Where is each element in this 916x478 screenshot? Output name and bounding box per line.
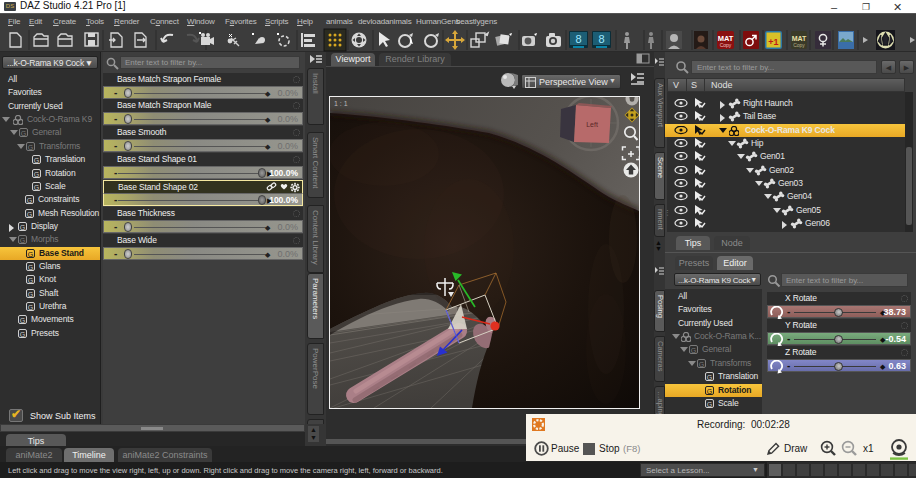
svg-text:Copy: Copy <box>720 42 732 48</box>
svg-text:1 : 1: 1 : 1 <box>334 100 348 107</box>
svg-text:8: 8 <box>575 33 581 45</box>
svg-text:Left: Left <box>586 121 598 128</box>
svg-text:Copy: Copy <box>793 42 805 48</box>
svg-text:MAT: MAT <box>792 35 807 42</box>
svg-text:+1: +1 <box>768 37 778 47</box>
svg-text:8: 8 <box>598 33 604 45</box>
